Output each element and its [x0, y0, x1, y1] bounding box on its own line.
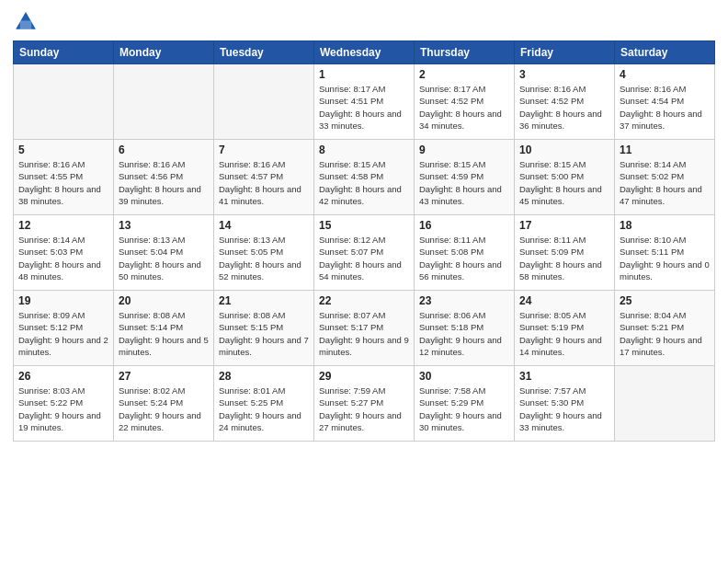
calendar-cell: [214, 64, 314, 140]
day-info: Sunrise: 8:05 AMSunset: 5:19 PMDaylight:…: [519, 309, 609, 358]
day-info: Sunrise: 7:59 AMSunset: 5:27 PMDaylight:…: [319, 385, 409, 433]
calendar-cell: 22Sunrise: 8:07 AMSunset: 5:17 PMDayligh…: [314, 291, 415, 366]
day-number: 29: [319, 370, 409, 383]
day-number: 4: [620, 68, 710, 81]
calendar-cell: 12Sunrise: 8:14 AMSunset: 5:03 PMDayligh…: [14, 215, 114, 291]
calendar-cell: 28Sunrise: 8:01 AMSunset: 5:25 PMDayligh…: [214, 366, 314, 442]
day-info: Sunrise: 8:15 AMSunset: 4:58 PMDaylight:…: [319, 158, 409, 207]
day-info: Sunrise: 7:57 AMSunset: 5:30 PMDaylight:…: [519, 385, 609, 433]
day-info: Sunrise: 8:15 AMSunset: 5:00 PMDaylight:…: [519, 158, 609, 207]
day-info: Sunrise: 8:08 AMSunset: 5:14 PMDaylight:…: [119, 309, 209, 358]
day-number: 6: [119, 144, 209, 156]
calendar-cell: 3Sunrise: 8:16 AMSunset: 4:52 PMDaylight…: [515, 64, 615, 140]
day-info: Sunrise: 8:16 AMSunset: 4:55 PMDaylight:…: [18, 158, 108, 207]
calendar-cell: 7Sunrise: 8:16 AMSunset: 4:57 PMDaylight…: [214, 140, 314, 215]
day-number: 16: [419, 219, 509, 232]
calendar-cell: 20Sunrise: 8:08 AMSunset: 5:14 PMDayligh…: [114, 291, 214, 366]
day-info: Sunrise: 7:58 AMSunset: 5:29 PMDaylight:…: [419, 385, 509, 433]
day-info: Sunrise: 8:01 AMSunset: 5:25 PMDaylight:…: [219, 385, 309, 433]
day-number: 5: [18, 144, 108, 156]
page: SundayMondayTuesdayWednesdayThursdayFrid…: [0, 0, 728, 563]
calendar-cell: 25Sunrise: 8:04 AMSunset: 5:21 PMDayligh…: [615, 291, 715, 366]
calendar-cell: 26Sunrise: 8:03 AMSunset: 5:22 PMDayligh…: [14, 366, 114, 442]
day-number: 8: [319, 144, 409, 156]
day-number: 7: [219, 144, 309, 156]
day-info: Sunrise: 8:07 AMSunset: 5:17 PMDaylight:…: [319, 309, 409, 358]
calendar-cell: 8Sunrise: 8:15 AMSunset: 4:58 PMDaylight…: [314, 140, 415, 215]
day-info: Sunrise: 8:04 AMSunset: 5:21 PMDaylight:…: [620, 309, 710, 358]
calendar-cell: 5Sunrise: 8:16 AMSunset: 4:55 PMDaylight…: [14, 140, 114, 215]
day-info: Sunrise: 8:06 AMSunset: 5:18 PMDaylight:…: [419, 309, 509, 358]
calendar-cell: 9Sunrise: 8:15 AMSunset: 4:59 PMDaylight…: [415, 140, 515, 215]
day-number: 20: [119, 294, 209, 307]
calendar-cell: 4Sunrise: 8:16 AMSunset: 4:54 PMDaylight…: [615, 64, 715, 140]
day-info: Sunrise: 8:02 AMSunset: 5:24 PMDaylight:…: [119, 385, 209, 433]
calendar-cell: 18Sunrise: 8:10 AMSunset: 5:11 PMDayligh…: [615, 215, 715, 291]
day-info: Sunrise: 8:11 AMSunset: 5:08 PMDaylight:…: [419, 234, 509, 282]
calendar-cell: 23Sunrise: 8:06 AMSunset: 5:18 PMDayligh…: [415, 291, 515, 366]
day-number: 31: [519, 370, 609, 383]
day-info: Sunrise: 8:17 AMSunset: 4:52 PMDaylight:…: [419, 83, 509, 132]
day-number: 3: [519, 68, 609, 81]
day-info: Sunrise: 8:16 AMSunset: 4:56 PMDaylight:…: [119, 158, 209, 207]
weekday-header-tuesday: Tuesday: [214, 41, 314, 64]
day-info: Sunrise: 8:14 AMSunset: 5:03 PMDaylight:…: [18, 234, 108, 282]
weekday-header-wednesday: Wednesday: [314, 41, 415, 64]
day-number: 15: [319, 219, 409, 232]
calendar-cell: 15Sunrise: 8:12 AMSunset: 5:07 PMDayligh…: [314, 215, 415, 291]
calendar-cell: 14Sunrise: 8:13 AMSunset: 5:05 PMDayligh…: [214, 215, 314, 291]
day-info: Sunrise: 8:14 AMSunset: 5:02 PMDaylight:…: [620, 158, 710, 207]
day-number: 27: [119, 370, 209, 383]
weekday-header-thursday: Thursday: [415, 41, 515, 64]
calendar-cell: 16Sunrise: 8:11 AMSunset: 5:08 PMDayligh…: [415, 215, 515, 291]
calendar-cell: 19Sunrise: 8:09 AMSunset: 5:12 PMDayligh…: [14, 291, 114, 366]
calendar-cell: 24Sunrise: 8:05 AMSunset: 5:19 PMDayligh…: [515, 291, 615, 366]
day-info: Sunrise: 8:16 AMSunset: 4:54 PMDaylight:…: [620, 83, 710, 132]
day-info: Sunrise: 8:10 AMSunset: 5:11 PMDaylight:…: [620, 234, 710, 282]
calendar: SundayMondayTuesdayWednesdayThursdayFrid…: [13, 40, 715, 442]
day-number: 21: [219, 294, 309, 307]
day-number: 17: [519, 219, 609, 232]
calendar-week-2: 5Sunrise: 8:16 AMSunset: 4:55 PMDaylight…: [14, 140, 715, 215]
day-info: Sunrise: 8:13 AMSunset: 5:05 PMDaylight:…: [219, 234, 309, 282]
day-info: Sunrise: 8:03 AMSunset: 5:22 PMDaylight:…: [18, 385, 108, 433]
day-number: 2: [419, 68, 509, 81]
calendar-cell: 6Sunrise: 8:16 AMSunset: 4:56 PMDaylight…: [114, 140, 214, 215]
logo: [13, 9, 42, 35]
day-number: 12: [18, 219, 108, 232]
calendar-week-4: 19Sunrise: 8:09 AMSunset: 5:12 PMDayligh…: [14, 291, 715, 366]
weekday-header-saturday: Saturday: [615, 41, 715, 64]
day-info: Sunrise: 8:16 AMSunset: 4:52 PMDaylight:…: [519, 83, 609, 132]
calendar-cell: [14, 64, 114, 140]
day-number: 19: [18, 294, 108, 307]
day-number: 26: [18, 370, 108, 383]
day-info: Sunrise: 8:12 AMSunset: 5:07 PMDaylight:…: [319, 234, 409, 282]
day-number: 23: [419, 294, 509, 307]
day-number: 13: [119, 219, 209, 232]
day-info: Sunrise: 8:09 AMSunset: 5:12 PMDaylight:…: [18, 309, 108, 358]
weekday-header-monday: Monday: [114, 41, 214, 64]
day-number: 9: [419, 144, 509, 156]
day-info: Sunrise: 8:17 AMSunset: 4:51 PMDaylight:…: [319, 83, 409, 132]
day-number: 14: [219, 219, 309, 232]
calendar-week-5: 26Sunrise: 8:03 AMSunset: 5:22 PMDayligh…: [14, 366, 715, 442]
calendar-cell: 2Sunrise: 8:17 AMSunset: 4:52 PMDaylight…: [415, 64, 515, 140]
calendar-cell: 1Sunrise: 8:17 AMSunset: 4:51 PMDaylight…: [314, 64, 415, 140]
day-info: Sunrise: 8:15 AMSunset: 4:59 PMDaylight:…: [419, 158, 509, 207]
calendar-cell: 13Sunrise: 8:13 AMSunset: 5:04 PMDayligh…: [114, 215, 214, 291]
day-number: 22: [319, 294, 409, 307]
day-number: 18: [620, 219, 710, 232]
calendar-cell: [114, 64, 214, 140]
day-info: Sunrise: 8:11 AMSunset: 5:09 PMDaylight:…: [519, 234, 609, 282]
calendar-cell: 10Sunrise: 8:15 AMSunset: 5:00 PMDayligh…: [515, 140, 615, 215]
day-number: 10: [519, 144, 609, 156]
calendar-week-1: 1Sunrise: 8:17 AMSunset: 4:51 PMDaylight…: [14, 64, 715, 140]
day-info: Sunrise: 8:16 AMSunset: 4:57 PMDaylight:…: [219, 158, 309, 207]
weekday-header-friday: Friday: [515, 41, 615, 64]
weekday-header-sunday: Sunday: [14, 41, 114, 64]
calendar-cell: 29Sunrise: 7:59 AMSunset: 5:27 PMDayligh…: [314, 366, 415, 442]
calendar-cell: 17Sunrise: 8:11 AMSunset: 5:09 PMDayligh…: [515, 215, 615, 291]
day-number: 28: [219, 370, 309, 383]
day-info: Sunrise: 8:08 AMSunset: 5:15 PMDaylight:…: [219, 309, 309, 358]
day-info: Sunrise: 8:13 AMSunset: 5:04 PMDaylight:…: [119, 234, 209, 282]
